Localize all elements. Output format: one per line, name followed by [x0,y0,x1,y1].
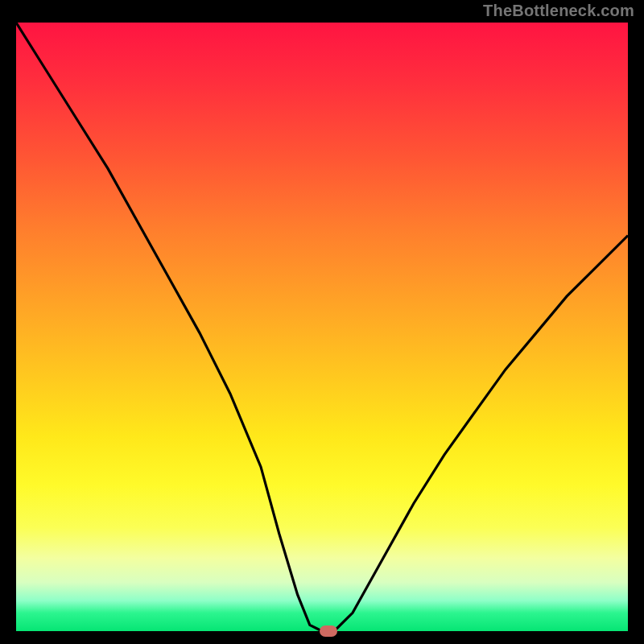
watermark-text: TheBottleneck.com [483,2,634,20]
plot-area [16,23,628,631]
curve-path [16,23,628,631]
chart-frame: TheBottleneck.com [0,0,644,644]
minimum-marker [320,625,337,637]
bottleneck-curve [16,23,628,631]
